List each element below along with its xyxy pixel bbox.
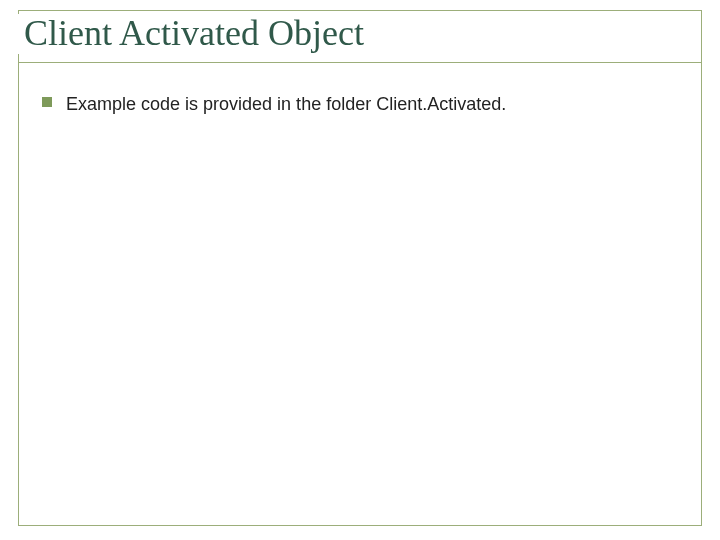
slide: Client Activated Object Example code is …: [0, 0, 720, 540]
bullet-item: Example code is provided in the folder C…: [42, 92, 678, 116]
square-bullet-icon: [42, 97, 52, 107]
bullet-text: Example code is provided in the folder C…: [66, 92, 506, 116]
title-container: Client Activated Object: [14, 14, 374, 54]
slide-title: Client Activated Object: [24, 14, 364, 54]
slide-body: Example code is provided in the folder C…: [42, 92, 678, 116]
slide-frame: [18, 10, 702, 526]
title-underline: [18, 62, 702, 63]
